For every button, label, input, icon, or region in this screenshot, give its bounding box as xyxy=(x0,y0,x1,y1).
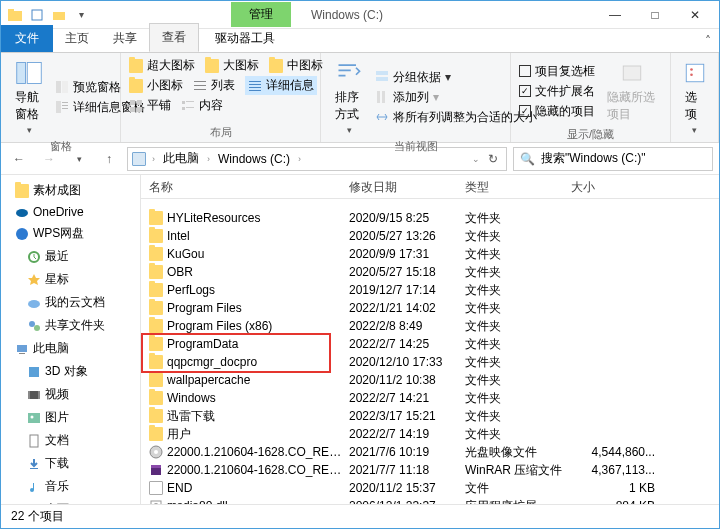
tree-item[interactable]: OneDrive xyxy=(1,202,140,222)
sort-by-button[interactable]: 排序方式 ▾ xyxy=(329,57,369,137)
table-row[interactable]: Intel2020/5/27 13:26文件夹 xyxy=(141,227,719,245)
col-size[interactable]: 大小 xyxy=(563,175,653,198)
minimize-button[interactable]: — xyxy=(595,2,635,28)
svg-rect-1 xyxy=(8,9,14,12)
view-list[interactable]: 列表 xyxy=(193,76,235,95)
tree-item[interactable]: 音乐 xyxy=(1,475,140,498)
col-type[interactable]: 类型 xyxy=(457,175,563,198)
hide-selected-button[interactable]: 隐藏所选项目 xyxy=(601,57,662,125)
table-row[interactable]: 22000.1.210604-1628.CO_RELEASE_S...2021/… xyxy=(141,461,719,479)
svg-rect-23 xyxy=(182,101,185,104)
svg-rect-33 xyxy=(382,91,385,103)
search-placeholder: 搜索"Windows (C:)" xyxy=(541,150,646,167)
tree-item[interactable]: 桌面 xyxy=(1,498,140,504)
table-row[interactable]: END2020/11/2 15:37文件1 KB xyxy=(141,479,719,497)
chevron-right-icon[interactable]: › xyxy=(296,154,303,164)
details-pane-icon xyxy=(55,100,69,114)
svg-rect-35 xyxy=(686,64,704,82)
tab-share[interactable]: 共享 xyxy=(101,25,149,52)
tree-item[interactable]: 星标 xyxy=(1,268,140,291)
view-extra-large-icons[interactable]: 超大图标 xyxy=(129,57,195,74)
address-dropdown-icon[interactable]: ⌄ xyxy=(472,154,480,164)
table-row[interactable] xyxy=(141,199,719,209)
table-row[interactable]: Windows2022/2/7 14:21文件夹 xyxy=(141,389,719,407)
table-row[interactable]: 22000.1.210604-1628.CO_RELEASE_S...2021/… xyxy=(141,443,719,461)
file-ext-toggle[interactable]: ✓文件扩展名 xyxy=(519,83,595,100)
view-content[interactable]: 内容 xyxy=(181,97,223,114)
tab-view[interactable]: 查看 xyxy=(149,23,199,52)
tab-file[interactable]: 文件 xyxy=(1,25,53,52)
navigation-pane-button[interactable]: 导航窗格 ▾ xyxy=(9,57,49,137)
item-checkboxes-toggle[interactable]: 项目复选框 xyxy=(519,63,595,80)
ribbon: 导航窗格 ▾ 预览窗格 详细信息窗格 窗格 超大图标 大图标 中图标 小图标 列… xyxy=(1,53,719,143)
breadcrumb-thispc[interactable]: 此电脑 xyxy=(161,150,201,167)
svg-point-43 xyxy=(34,325,40,331)
maximize-button[interactable]: □ xyxy=(635,2,675,28)
qat-properties-icon[interactable] xyxy=(27,5,47,25)
svg-rect-8 xyxy=(56,101,61,113)
tree-item[interactable]: 文档 xyxy=(1,429,140,452)
table-row[interactable]: ProgramData2022/2/7 14:25文件夹 xyxy=(141,335,719,353)
tree-item[interactable]: 下载 xyxy=(1,452,140,475)
tree-item[interactable]: 我的云文档 xyxy=(1,291,140,314)
svg-rect-2 xyxy=(32,10,42,20)
ribbon-group-showhide-label: 显示/隐藏 xyxy=(519,125,662,142)
svg-rect-6 xyxy=(56,81,61,93)
qat-dropdown-icon[interactable]: ▾ xyxy=(71,5,91,25)
svg-rect-24 xyxy=(186,101,194,102)
options-button[interactable]: 选项 ▾ xyxy=(679,57,710,137)
col-date[interactable]: 修改日期 xyxy=(341,175,457,198)
tree-item[interactable]: 共享文件夹 xyxy=(1,314,140,337)
ribbon-group-layout-label: 布局 xyxy=(129,123,312,140)
svg-rect-31 xyxy=(376,77,388,81)
svg-rect-13 xyxy=(194,85,206,86)
svg-rect-28 xyxy=(339,70,351,72)
table-row[interactable]: msdia80.dll2006/12/1 23:37应用程序扩展884 KB xyxy=(141,497,719,504)
table-row[interactable]: 用户2022/2/7 14:19文件夹 xyxy=(141,425,719,443)
tree-item[interactable]: 此电脑 xyxy=(1,337,140,360)
ribbon-group-current-view-label: 当前视图 xyxy=(329,137,502,154)
view-large-icons[interactable]: 大图标 xyxy=(205,57,259,74)
hidden-items-toggle[interactable]: ✓隐藏的项目 xyxy=(519,103,595,120)
svg-rect-49 xyxy=(38,391,40,399)
chevron-right-icon[interactable]: › xyxy=(150,154,157,164)
svg-rect-44 xyxy=(17,345,27,352)
table-row[interactable]: 迅雷下载2022/3/17 15:21文件夹 xyxy=(141,407,719,425)
tree-item[interactable]: 3D 对象 xyxy=(1,360,140,383)
view-small-icons[interactable]: 小图标 xyxy=(129,76,183,95)
tree-item[interactable]: WPS网盘 xyxy=(1,222,140,245)
table-row[interactable]: Program Files (x86)2022/2/8 8:49文件夹 xyxy=(141,317,719,335)
table-row[interactable]: OBR2020/5/27 15:18文件夹 xyxy=(141,263,719,281)
view-medium-icons[interactable]: 中图标 xyxy=(269,57,323,74)
tree-item[interactable]: 最近 xyxy=(1,245,140,268)
table-row[interactable]: PerfLogs2019/12/7 17:14文件夹 xyxy=(141,281,719,299)
svg-rect-27 xyxy=(339,64,357,66)
file-list: 名称 修改日期 类型 大小 HYLiteResources2020/9/15 8… xyxy=(141,175,719,504)
table-row[interactable]: KuGou2020/9/9 17:31文件夹 xyxy=(141,245,719,263)
table-row[interactable]: HYLiteResources2020/9/15 8:25文件夹 xyxy=(141,209,719,227)
chevron-right-icon[interactable]: › xyxy=(205,154,212,164)
navigation-tree[interactable]: 素材成图OneDriveWPS网盘最近星标我的云文档共享文件夹此电脑3D 对象视… xyxy=(1,175,141,504)
table-row[interactable]: wallpapercache2020/11/2 10:38文件夹 xyxy=(141,371,719,389)
explorer-body: 素材成图OneDriveWPS网盘最近星标我的云文档共享文件夹此电脑3D 对象视… xyxy=(1,175,719,504)
svg-rect-20 xyxy=(137,100,142,105)
col-name[interactable]: 名称 xyxy=(141,175,341,198)
tree-item[interactable]: 素材成图 xyxy=(1,179,140,202)
table-row[interactable]: qqpcmgr_docpro2020/12/10 17:33文件夹 xyxy=(141,353,719,371)
tab-drive-tools[interactable]: 驱动器工具 xyxy=(203,25,287,52)
ribbon-collapse-icon[interactable]: ˄ xyxy=(697,30,719,52)
view-details[interactable]: 详细信息 xyxy=(245,76,317,95)
tree-item[interactable]: 视频 xyxy=(1,383,140,406)
close-button[interactable]: ✕ xyxy=(675,2,715,28)
qat-new-folder-icon[interactable] xyxy=(49,5,69,25)
contextual-tab-header: 管理 xyxy=(231,2,291,27)
search-box[interactable]: 🔍 搜索"Windows (C:)" xyxy=(513,147,713,171)
search-icon: 🔍 xyxy=(520,152,535,166)
table-row[interactable]: Program Files2022/1/21 14:02文件夹 xyxy=(141,299,719,317)
breadcrumb-drive[interactable]: Windows (C:) xyxy=(216,152,292,166)
view-tiles[interactable]: 平铺 xyxy=(129,97,171,114)
svg-rect-22 xyxy=(137,107,142,112)
tab-home[interactable]: 主页 xyxy=(53,25,101,52)
tree-item[interactable]: 图片 xyxy=(1,406,140,429)
svg-rect-19 xyxy=(130,100,135,105)
